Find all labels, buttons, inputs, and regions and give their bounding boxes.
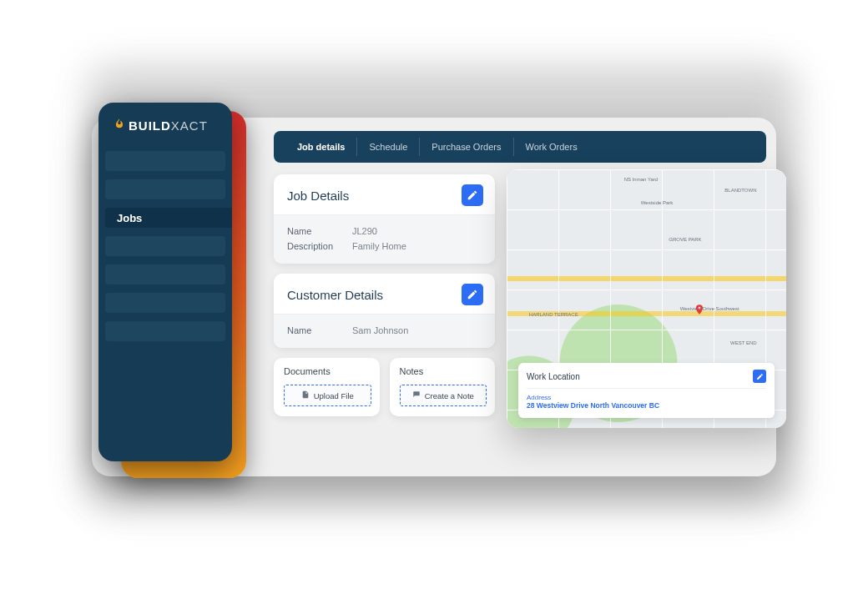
sidebar-item[interactable] (105, 179, 225, 199)
create-note-button[interactable]: Create a Note (400, 385, 487, 406)
card-title: Documents (284, 366, 371, 376)
field-label: Description (287, 241, 344, 251)
edit-customer-details-button[interactable] (462, 284, 483, 305)
card-title: Notes (400, 366, 487, 376)
customer-details-card: Customer Details Name Sam Johnson (274, 274, 495, 348)
field-label: Name (287, 325, 344, 335)
content: Job details Schedule Purchase Orders Wor… (274, 131, 766, 463)
flame-icon (114, 118, 125, 133)
pencil-icon (467, 189, 478, 201)
tab-work-orders[interactable]: Work Orders (514, 138, 589, 156)
sidebar-item-label: Jobs (117, 212, 142, 224)
map-label: WEST END (730, 340, 757, 345)
map-label: GROVE PARK (669, 237, 701, 242)
sidebar-item[interactable] (105, 293, 225, 313)
card-title: Work Location (527, 372, 580, 381)
card-title: Job Details (287, 189, 349, 203)
address-value: 28 Westview Drive North Vancouver BC (527, 401, 766, 410)
map-label: BLANDTOWN (724, 188, 756, 193)
left-column: Job Details Name JL290 Description (274, 174, 495, 416)
tab-purchase-orders[interactable]: Purchase Orders (420, 138, 513, 156)
button-label: Upload File (314, 391, 354, 400)
field-row: Description Family Home (287, 239, 483, 254)
notes-card: Notes Create a Note (390, 358, 496, 416)
field-value: Sam Johnson (352, 325, 408, 335)
pencil-icon (467, 289, 478, 300)
card-title: Customer Details (287, 288, 383, 302)
field-row: Name Sam Johnson (287, 323, 483, 338)
map-label: HARLAND TERRACE (529, 312, 578, 317)
job-details-card: Job Details Name JL290 Description (274, 174, 495, 264)
map-pin-icon (694, 304, 705, 315)
nav: Jobs (98, 146, 232, 341)
sidebar-item[interactable] (105, 236, 225, 256)
work-location-card: Work Location Address 28 Westview Drive … (518, 363, 775, 418)
tab-schedule[interactable]: Schedule (357, 138, 420, 156)
upload-file-button[interactable]: Upload File (284, 385, 371, 406)
tabs: Job details Schedule Purchase Orders Wor… (274, 131, 766, 163)
documents-card: Documents Upload File (274, 358, 380, 416)
field-label: Name (287, 226, 344, 236)
sidebar-item[interactable] (105, 151, 225, 171)
edit-work-location-button[interactable] (753, 370, 766, 383)
sidebar: BUILDXACT Jobs (98, 103, 232, 461)
address-label: Address (527, 394, 766, 401)
brand-text: BUILDXACT (129, 118, 208, 133)
sidebar-item[interactable] (105, 264, 225, 284)
tab-job-details[interactable]: Job details (285, 138, 357, 156)
sidebar-item[interactable] (105, 321, 225, 341)
file-icon (301, 390, 310, 400)
pencil-icon (756, 373, 764, 380)
right-column: NS Inman Yard BLANDTOWN Westside Park GR… (507, 174, 766, 416)
note-icon (412, 390, 421, 400)
sidebar-item-jobs[interactable]: Jobs (105, 208, 232, 228)
brand: BUILDXACT (98, 118, 232, 146)
field-row: Name JL290 (287, 224, 483, 239)
field-value: JL290 (352, 226, 377, 236)
map-label: Westview Drive Southwest (680, 306, 739, 311)
app-window: BUILDXACT Jobs Job details Schedule Purc… (92, 118, 776, 476)
edit-job-details-button[interactable] (462, 184, 483, 206)
map-card: NS Inman Yard BLANDTOWN Westside Park GR… (507, 169, 786, 428)
map-label: NS Inman Yard (624, 177, 658, 182)
field-value: Family Home (352, 241, 406, 251)
button-label: Create a Note (425, 391, 474, 400)
map-label: Westside Park (641, 200, 674, 205)
